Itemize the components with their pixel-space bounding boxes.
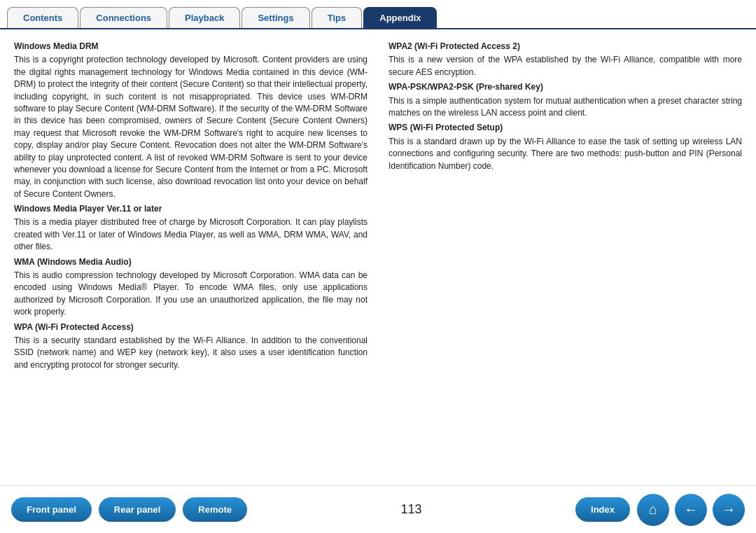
section-body-windows-media-drm: This is a copyright protection technolog… (14, 54, 368, 200)
section-title-windows-media-drm: Windows Media DRM (14, 41, 368, 53)
left-column: Windows Media DRM This is a copyright pr… (14, 41, 368, 478)
section-windows-media-drm: Windows Media DRM This is a copyright pr… (14, 41, 368, 203)
section-title-wps: WPS (Wi-Fi Protected Setup) (388, 122, 742, 134)
section-title-wpa: WPA (Wi-Fi Protected Access) (14, 321, 368, 333)
section-body-wpa2: This is a new version of the WPA establi… (388, 54, 742, 78)
section-wpa2: WPA2 (Wi-Fi Protected Access 2) This is … (388, 41, 742, 81)
section-body-wps: This is a standard drawn up by the Wi-Fi… (388, 136, 742, 172)
remote-button[interactable]: Remote (183, 497, 247, 522)
section-wpa-psk: WPA-PSK/WPA2-PSK (Pre-shared Key) This i… (388, 81, 742, 122)
section-title-wpa-psk: WPA-PSK/WPA2-PSK (Pre-shared Key) (388, 81, 742, 93)
section-body-windows-media-player: This is a media player distributed free … (14, 216, 368, 253)
back-icon: ← (684, 501, 698, 518)
footer: Front panel Rear panel Remote 113 Index … (0, 485, 756, 533)
index-button[interactable]: Index (575, 497, 630, 522)
section-title-windows-media-player: Windows Media Player Ver.11 or later (14, 203, 368, 215)
section-body-wma: This is audio compression technology dev… (14, 270, 368, 319)
home-button[interactable]: ⌂ (637, 494, 669, 526)
tab-settings[interactable]: Settings (241, 7, 309, 28)
right-column: WPA2 (Wi-Fi Protected Access 2) This is … (388, 41, 742, 478)
section-title-wpa2: WPA2 (Wi-Fi Protected Access 2) (388, 41, 742, 53)
back-button[interactable]: ← (675, 494, 707, 526)
forward-icon: → (722, 501, 736, 518)
section-wpa: WPA (Wi-Fi Protected Access) This is a s… (14, 321, 368, 375)
footer-icon-buttons: ⌂ ← → (637, 494, 745, 526)
section-title-wma: WMA (Windows Media Audio) (14, 256, 368, 268)
tab-bar: Contents Connections Playback Settings T… (0, 0, 756, 28)
section-body-wpa-psk: This is a simple authentication system f… (388, 95, 742, 120)
rear-panel-button[interactable]: Rear panel (99, 497, 176, 522)
section-wps: WPS (Wi-Fi Protected Setup) This is a st… (388, 122, 742, 175)
tab-appendix[interactable]: Appendix (363, 7, 437, 28)
front-panel-button[interactable]: Front panel (11, 497, 92, 522)
tab-contents[interactable]: Contents (7, 7, 78, 28)
tab-playback[interactable]: Playback (169, 7, 240, 28)
section-windows-media-player: Windows Media Player Ver.11 or later Thi… (14, 203, 368, 256)
home-icon: ⌂ (649, 501, 657, 518)
content-area: Windows Media DRM This is a copyright pr… (0, 28, 756, 485)
tab-connections[interactable]: Connections (80, 7, 167, 28)
section-body-wpa: This is a security standard established … (14, 335, 368, 371)
forward-button[interactable]: → (713, 494, 745, 526)
tab-tips[interactable]: Tips (312, 7, 363, 28)
section-wma: WMA (Windows Media Audio) This is audio … (14, 256, 368, 321)
page-number: 113 (254, 502, 568, 517)
